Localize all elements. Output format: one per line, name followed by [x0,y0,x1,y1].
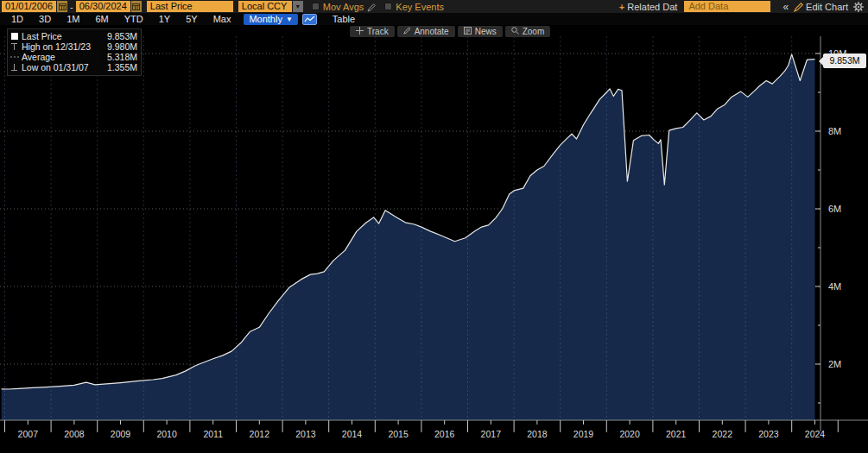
x-axis-label: 2011 [203,429,223,439]
y-axis-label: 2M [828,359,841,369]
date-from-field[interactable]: 01/01/2006 [2,1,56,12]
x-axis-label: 2008 [64,429,85,439]
zoom-icon [511,26,519,37]
x-axis-label: 2009 [111,429,131,439]
legend-value: 9.853M [107,31,137,41]
x-axis-label: 2007 [18,429,39,439]
series-square-icon [10,32,22,41]
x-axis-label: 2013 [295,429,316,439]
x-axis-label: 2021 [666,429,687,439]
chevron-down-icon[interactable]: ▾ [293,1,303,12]
period-selector[interactable]: Monthly▼ [244,14,297,25]
track-button[interactable]: Track [350,26,395,37]
chart-type-icon[interactable] [302,14,317,25]
news-icon [464,26,472,37]
legend-label: High on 12/31/23 [22,41,91,52]
date-range-separator: - [70,2,73,12]
chart-tools: TrackAnnotateNewsZoom [350,26,550,37]
range-3d[interactable]: 3D [31,14,59,24]
x-axis-label: 2022 [713,429,733,439]
y-axis-label: 8M [828,126,841,136]
range-1y[interactable]: 1Y [151,14,178,24]
legend-item[interactable]: High on 12/31/239.980M [10,41,137,52]
range-1d[interactable]: 1D [3,14,31,24]
legend-label: Average [22,52,55,62]
currency-selector[interactable]: Local CCY [238,1,292,12]
collapse-panel-icon[interactable]: « [782,1,789,13]
track-icon [356,26,364,37]
calendar-icon[interactable] [131,1,142,12]
gear-icon[interactable] [853,1,864,12]
legend-item[interactable]: Low on 01/31/071.355M [10,62,137,72]
chart-legend: Last Price9.853MHigh on 12/31/239.980MAv… [7,28,142,76]
x-axis-label: 2012 [250,429,270,439]
key-events-checkbox[interactable] [384,3,392,10]
table-button[interactable]: Table [333,14,355,24]
security-field-selector[interactable]: Last Price [147,1,233,12]
x-axis-label: 2024 [805,429,826,439]
legend-item[interactable]: Average5.318M [10,52,137,62]
area-series [2,54,815,420]
legend-label: Last Price [22,31,62,41]
mov-avgs-pencil-icon[interactable] [367,1,376,11]
legend-value: 1.355M [107,62,137,72]
legend-label: Low on 01/31/07 [22,62,89,72]
x-axis-label: 2010 [156,429,177,439]
x-axis-label: 2014 [342,429,363,439]
range-ytd[interactable]: YTD [117,14,151,24]
mov-avgs-label[interactable]: Mov Avgs [323,2,364,12]
x-axis-label: 2015 [388,429,409,439]
range-toolbar: 1D3D1M6MYTD1Y5YMax Monthly▼ Table [0,13,868,25]
range-presets: 1D3D1M6MYTD1Y5YMax [3,14,238,24]
range-1m[interactable]: 1M [59,14,87,24]
plus-icon: + [619,2,624,12]
settings-toolbar: 01/01/2006 - 06/30/2024 Last Price Local… [0,0,868,13]
related-data-label[interactable]: Related Dat [627,2,677,12]
mov-avgs-checkbox[interactable] [312,3,320,10]
legend-item[interactable]: Last Price9.853M [10,31,137,41]
y-axis-label: 4M [828,281,841,292]
x-axis-label: 2023 [758,429,779,439]
range-5y[interactable]: 5Y [178,14,205,24]
edit-chart-pencil-icon[interactable] [794,1,803,12]
zoom-button[interactable]: Zoom [505,26,551,37]
annotate-icon [403,26,411,37]
average-dash-icon [10,53,22,61]
high-marker-icon [10,42,22,51]
chevron-down-icon: ▼ [286,14,293,25]
annotate-button[interactable]: Annotate [397,26,455,37]
x-axis-label: 2016 [434,429,455,439]
range-max[interactable]: Max [206,14,239,24]
low-marker-icon [10,63,22,72]
x-axis-label: 2020 [619,429,640,439]
legend-value: 5.318M [107,52,137,62]
x-axis-label: 2019 [573,429,594,439]
range-6m[interactable]: 6M [87,14,116,24]
chart-window: 2M4M6M8M10M20072008200920102011201220132… [0,0,868,453]
y-axis-label: 6M [828,204,841,214]
news-button[interactable]: News [458,26,503,37]
date-to-field[interactable]: 06/30/2024 [76,1,130,12]
add-data-input[interactable]: Add Data [684,1,770,12]
x-axis-label: 2018 [527,429,548,439]
x-axis-label: 2017 [481,429,502,439]
calendar-icon[interactable] [57,1,67,12]
last-price-marker: 9.853M [823,53,866,68]
legend-value: 9.980M [107,41,137,52]
key-events-label[interactable]: Key Events [396,2,444,12]
edit-chart-button[interactable]: Edit Chart [806,2,848,12]
